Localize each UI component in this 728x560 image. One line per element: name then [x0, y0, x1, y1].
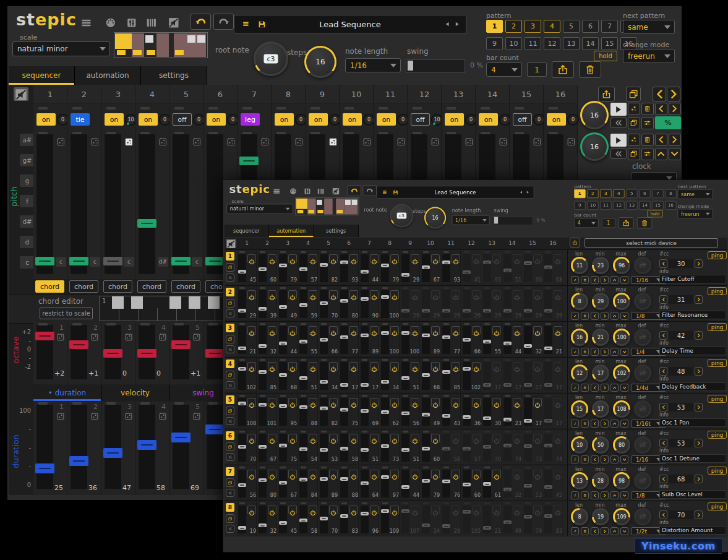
auto-handle[interactable] [463, 309, 471, 312]
midi-icon[interactable] [288, 186, 299, 197]
step-power-button[interactable] [554, 254, 562, 263]
clear-button-b[interactable] [641, 134, 654, 146]
auto-handle[interactable] [544, 265, 552, 269]
ping-button[interactable]: ping [708, 251, 727, 259]
clear-button[interactable] [581, 420, 589, 428]
def-knob[interactable]: off [634, 293, 651, 310]
cc-increment-button[interactable] [695, 295, 703, 304]
chord-button-5[interactable]: chord [171, 280, 200, 293]
copy-lane-button-b[interactable] [628, 148, 640, 160]
randomize-button[interactable] [571, 276, 579, 284]
select-midi-device-button[interactable]: select midi device [585, 238, 718, 248]
cc-value[interactable]: 70 [669, 510, 693, 519]
cc-increment-button[interactable] [695, 510, 703, 519]
def-knob[interactable]: off [634, 329, 651, 346]
up-button[interactable] [610, 420, 619, 428]
reset-row-button[interactable] [226, 309, 234, 317]
step-power-button[interactable] [492, 398, 501, 407]
dice-icon[interactable] [395, 136, 407, 148]
step-power-button[interactable] [513, 362, 521, 371]
cc-increment-button[interactable] [695, 259, 703, 268]
auto-handle[interactable] [422, 479, 430, 483]
step-power-button[interactable] [533, 290, 542, 299]
step-power-button[interactable] [370, 506, 379, 514]
step-power-button[interactable] [268, 326, 276, 335]
nudge-left-button-b[interactable] [655, 134, 667, 146]
note-label-g[interactable]: g [20, 174, 35, 187]
lower-tab-velocity[interactable]: velocity [101, 385, 169, 401]
pitch-handle-1[interactable] [35, 257, 54, 265]
auto-handle[interactable] [259, 370, 267, 374]
prev-button[interactable] [591, 312, 599, 320]
auto-handle[interactable] [259, 478, 267, 482]
step-power-button[interactable] [390, 362, 399, 371]
auto-handle[interactable] [279, 264, 287, 267]
step-power-button[interactable] [431, 254, 440, 263]
pitch-handle-3[interactable] [103, 257, 122, 265]
min-knob[interactable]: 23 [592, 257, 609, 274]
auto-handle[interactable] [381, 444, 389, 448]
reset-row-button[interactable] [226, 274, 234, 282]
clear-pattern-button[interactable] [579, 61, 601, 78]
auto-handle[interactable] [340, 514, 348, 518]
auto-handle[interactable] [483, 340, 491, 343]
step-power-button[interactable] [492, 254, 501, 263]
step-power-button[interactable] [370, 326, 379, 335]
step-power-button[interactable] [349, 290, 358, 299]
step-power-button[interactable] [411, 290, 419, 299]
copy-row-button[interactable] [226, 263, 234, 272]
step-power-button[interactable] [472, 398, 481, 407]
info-name-field[interactable]: Osc 1 Pan [659, 418, 726, 427]
dice-icon[interactable] [191, 136, 203, 148]
pattern-button-5[interactable]: 5 [563, 20, 580, 33]
pattern-button-11[interactable]: 11 [525, 37, 541, 50]
pattern-button-7[interactable]: 7 [601, 20, 618, 33]
pattern-button-1[interactable]: 1 [574, 189, 585, 198]
cc-increment-button[interactable] [695, 403, 703, 411]
step-power-button[interactable] [452, 398, 460, 407]
swing-slider-handle[interactable] [494, 217, 498, 224]
bar-count-dropdown[interactable]: 4 [574, 218, 598, 228]
step-power-button[interactable] [472, 254, 481, 263]
row-number-button[interactable]: 8 [226, 503, 234, 512]
step-power-button[interactable] [247, 506, 256, 514]
gate-button-16[interactable]: on [547, 113, 566, 126]
pitch-track[interactable] [71, 134, 87, 274]
up-button[interactable] [610, 491, 619, 499]
fader-icon[interactable] [124, 15, 140, 31]
step-power-button[interactable] [390, 254, 399, 263]
auto-handle[interactable] [361, 512, 369, 515]
cc-increment-button[interactable] [695, 331, 703, 340]
len-knob[interactable]: 13 [571, 472, 588, 489]
min-knob[interactable]: 17 [592, 364, 609, 382]
cc-increment-button[interactable] [695, 367, 703, 376]
up-button[interactable] [610, 312, 619, 320]
gate-button-5[interactable]: off [173, 113, 192, 126]
loop-length-knob-b[interactable]: 16 [580, 132, 609, 161]
step-power-button[interactable] [370, 398, 379, 407]
info-name-field[interactable]: Filter Resonance [659, 311, 726, 319]
def-knob[interactable]: off [634, 257, 651, 274]
pitch-track[interactable] [36, 134, 53, 274]
auto-handle[interactable] [422, 334, 430, 337]
auto-handle[interactable] [524, 444, 532, 448]
step-power-button[interactable] [513, 290, 521, 299]
auto-handle[interactable] [422, 373, 430, 377]
scale-keyboard-display[interactable] [295, 197, 359, 215]
pattern-button-12[interactable]: 12 [613, 201, 624, 210]
clear-button[interactable] [581, 348, 589, 356]
pitch-handle-6[interactable] [205, 257, 225, 265]
piano-icon[interactable] [315, 186, 327, 197]
auto-handle[interactable] [544, 514, 552, 518]
tab-sequencer[interactable]: sequencer [224, 225, 268, 237]
auto-handle[interactable] [320, 380, 328, 384]
row-number-button[interactable]: 3 [226, 324, 234, 332]
dice-icon[interactable] [54, 331, 66, 343]
down-button[interactable] [620, 420, 628, 428]
auto-handle[interactable] [422, 523, 430, 527]
auto-handle[interactable] [544, 444, 552, 447]
auto-handle[interactable] [463, 510, 471, 514]
dice-icon[interactable] [225, 136, 237, 148]
preset-next-icon[interactable] [453, 20, 461, 28]
pattern-button-16[interactable]: 16 [665, 201, 676, 210]
